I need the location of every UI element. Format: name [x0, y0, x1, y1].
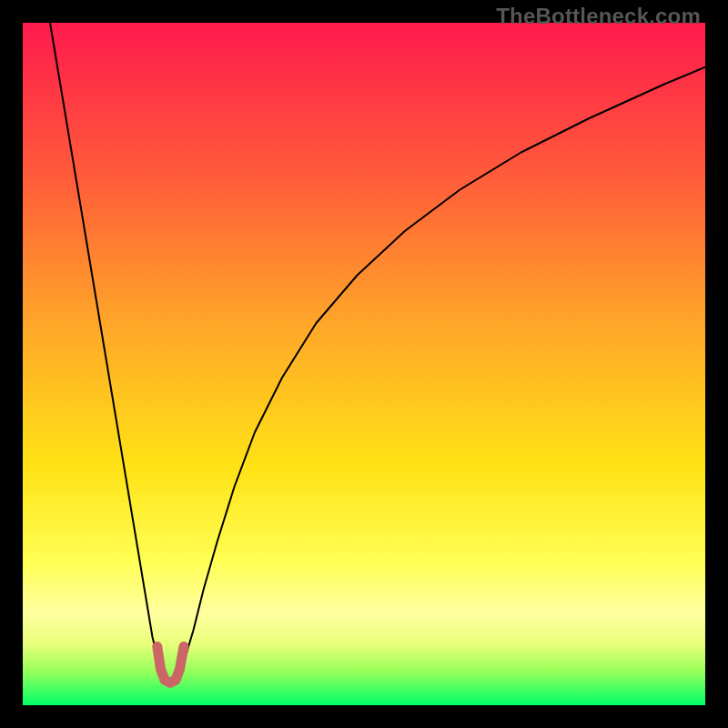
watermark-text: TheBottleneck.com [496, 4, 701, 29]
chart-svg [23, 23, 705, 705]
chart-frame [23, 23, 705, 705]
chart-background [23, 23, 705, 705]
